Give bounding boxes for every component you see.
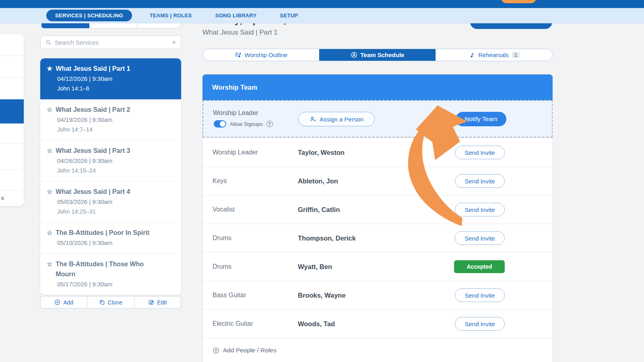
rail-item[interactable] — [0, 56, 24, 78]
service-title: ☆ What Jesus Said | Part 2 — [47, 105, 175, 115]
rail-item[interactable] — [0, 144, 24, 170]
edit-icon — [148, 299, 154, 305]
send-invite-button[interactable]: Send Invite — [455, 174, 505, 188]
assign-a-person-button[interactable]: Assign a Person — [298, 112, 375, 126]
star-icon[interactable]: ☆ — [47, 259, 52, 269]
service-datetime: 05/17/2026 | 9:30am — [47, 279, 175, 289]
team-row: Worship Leader Taylor, Weston Send Invit… — [202, 138, 553, 167]
nav-teams-roles[interactable]: TEAMS | ROLES — [144, 10, 198, 21]
service-title: ★ What Jesus Said | Part 1 — [47, 64, 175, 74]
nav-setup[interactable]: SETUP — [274, 10, 303, 21]
service-datetime: 05/10/2026 | 9:30am — [47, 238, 175, 248]
services-sidebar: × ★ What Jesus Said | Part 1 04/12/2026 … — [40, 23, 181, 29]
edit-service-button[interactable]: Edit — [134, 296, 181, 308]
service-title: ☆ What Jesus Said | Part 3 — [47, 146, 175, 156]
worship-team-title: Worship Team — [212, 84, 257, 91]
rail-item[interactable] — [0, 170, 24, 190]
clone-service-button[interactable]: Clone — [87, 296, 134, 308]
search-icon — [45, 39, 52, 45]
service-scripture: John 14:15–24 — [47, 166, 175, 175]
add-label: Add — [63, 299, 73, 306]
row-person-name: Griffin, Catlin — [298, 206, 340, 214]
nav-services-scheduling[interactable]: SERVICES | SCHEDULING — [46, 10, 132, 21]
assign-label: Assign a Person — [320, 116, 363, 123]
divider — [137, 23, 138, 29]
star-icon[interactable]: ☆ — [47, 228, 52, 238]
star-icon[interactable]: ☆ — [47, 187, 52, 197]
service-list: ★ What Jesus Said | Part 1 04/12/2026 | … — [40, 58, 181, 295]
rail-item[interactable] — [0, 34, 24, 56]
team-row: Drums Wyatt, Ben Accepted — [202, 253, 553, 281]
rail-item[interactable] — [0, 78, 24, 99]
team-row: Electric Guitar Woods, Tad Send Invite — [202, 310, 553, 338]
team-row: Bass Guitar Brooks, Wayne Send Invite — [202, 281, 553, 310]
notify-team-button[interactable]: Notify Team — [456, 112, 506, 126]
primary-nav: SERVICES | SCHEDULING TEAMS | ROLES SONG… — [0, 8, 644, 23]
row-person-name: Woods, Tad — [298, 320, 335, 328]
service-scripture: John 14:1–6 — [47, 84, 175, 93]
tab-team-schedule[interactable]: Team Schedule — [319, 49, 436, 61]
person-plus-icon — [310, 116, 316, 123]
send-invite-button[interactable]: Send Invite — [455, 203, 505, 216]
tab-label: Worship Outline — [245, 51, 287, 58]
accepted-status-badge: Accepted — [454, 260, 505, 273]
plus-circle-icon — [213, 347, 219, 354]
send-invite-button[interactable]: Send Invite — [455, 317, 505, 331]
row-role-label: Electric Guitar — [213, 320, 253, 327]
star-icon[interactable]: ★ — [47, 64, 52, 74]
tab-rehearsals[interactable]: Rehearsals 1 — [436, 49, 552, 61]
worship-leader-signup-section: Worship Leader Allow Signups ? Assign a … — [202, 100, 553, 138]
edit-label: Edit — [157, 299, 167, 306]
service-list-item[interactable]: ☆ The B-Attitudes | Poor In Spirit 05/10… — [40, 222, 181, 254]
detail-tabbar: Worship Outline Team Schedule Rehearsals… — [202, 49, 553, 61]
search-clear-icon[interactable]: × — [172, 39, 176, 46]
row-person-name: Thompson, Derick — [298, 234, 356, 242]
allow-signups-label: Allow Signups — [230, 121, 263, 127]
star-icon[interactable]: ☆ — [47, 105, 52, 115]
rail-item[interactable]: s — [0, 190, 24, 206]
topbar-orange-button-clipped[interactable] — [501, 0, 536, 3]
send-invite-button[interactable]: Send Invite — [455, 231, 505, 245]
add-service-button[interactable]: Add — [41, 296, 87, 308]
service-title: ☆ The B-Attitudes | Those Who Mourn — [47, 259, 175, 279]
send-invite-button[interactable]: Send Invite — [455, 288, 505, 302]
service-datetime: 04/26/2026 | 9:30am — [47, 156, 175, 166]
tab-worship-outline[interactable]: Worship Outline — [203, 49, 319, 61]
service-scripture: John 14:7–14 — [47, 125, 175, 134]
plus-circle-icon — [54, 299, 60, 305]
service-list-item[interactable]: ☆ What Jesus Said | Part 2 04/19/2026 | … — [40, 99, 181, 140]
filter-tab-active[interactable] — [41, 23, 89, 29]
help-icon[interactable]: ? — [266, 121, 273, 127]
service-scripture: John 14:25–31 — [47, 207, 175, 216]
service-datetime: 04/12/2026 | 9:30am — [47, 74, 175, 84]
top-app-bar — [0, 0, 644, 8]
sidebar-filter-tabs-clipped[interactable] — [40, 23, 181, 29]
service-title: ☆ The B-Attitudes | Poor In Spirit — [47, 228, 175, 238]
add-people-roles-label: Add People / Roles — [223, 347, 277, 354]
tab-label: Rehearsals — [478, 51, 509, 58]
copy-icon — [99, 299, 105, 305]
search-services-box[interactable]: × — [40, 35, 181, 49]
row-role-label: Drums — [213, 234, 231, 242]
search-services-input[interactable] — [55, 39, 169, 46]
allow-signups-toggle[interactable] — [214, 120, 226, 128]
send-invite-button[interactable]: Send Invite — [455, 146, 505, 159]
nav-song-library[interactable]: SONG LIBRARY — [210, 10, 262, 21]
row-role-label: Worship Leader — [213, 149, 258, 156]
service-list-item[interactable]: ★ What Jesus Said | Part 1 04/12/2026 | … — [40, 58, 181, 99]
service-list-item[interactable]: ☆ What Jesus Said | Part 3 04/26/2026 | … — [40, 140, 181, 181]
worship-outline-icon — [235, 51, 242, 58]
signup-role-label: Worship Leader — [213, 109, 258, 117]
team-row: Drums Thompson, Derick Send Invite — [202, 224, 553, 253]
rail-item[interactable] — [0, 123, 24, 144]
service-list-item[interactable]: ☆ The B-Attitudes | Those Who Mourn 05/1… — [40, 254, 181, 295]
star-icon[interactable]: ☆ — [47, 146, 52, 156]
worship-team-header: Worship Team — [202, 74, 553, 100]
rail-item-selected[interactable] — [0, 99, 24, 123]
service-list-item[interactable]: ☆ What Jesus Said | Part 4 05/03/2026 | … — [40, 181, 181, 222]
team-schedule-table: Worship Leader Taylor, Weston Send Invit… — [202, 138, 553, 362]
service-subtitle: What Jesus Said | Part 1 — [202, 29, 278, 37]
clone-label: Clone — [108, 299, 123, 306]
service-title: ☆ What Jesus Said | Part 4 — [47, 187, 175, 197]
add-people-roles-button[interactable]: Add People / Roles — [202, 338, 553, 362]
